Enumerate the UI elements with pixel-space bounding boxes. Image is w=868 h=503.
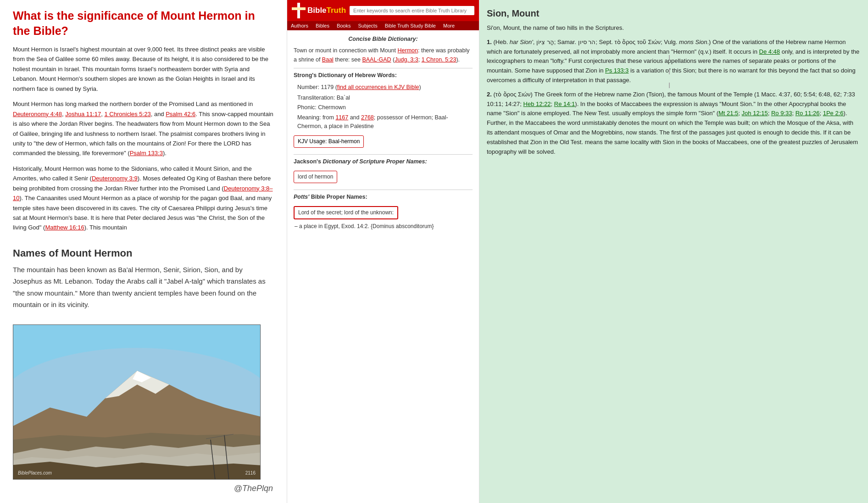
paragraph-1: Mount Hermon is Israel's highest mountai… bbox=[13, 45, 274, 94]
names-section: Names of Mount Hermon The mountain has b… bbox=[0, 243, 287, 320]
nav-subjects[interactable]: Subjects bbox=[354, 21, 381, 30]
right-column: Sion, Mount Si'on, Mount, the name of tw… bbox=[479, 0, 868, 503]
nav-bar: Authors Bibles Books Subjects Bible Trut… bbox=[287, 21, 479, 30]
names-text: The mountain has been known as Ba'al Her… bbox=[13, 264, 274, 311]
site-logo: BibleTruth bbox=[292, 3, 346, 18]
link-joh-12[interactable]: Joh 12:15 bbox=[742, 110, 768, 117]
twitter-handle: @ThePlqn bbox=[234, 484, 273, 493]
link-1167[interactable]: 1167 bbox=[335, 114, 348, 121]
link-deut-3-8[interactable]: Deuteronomy 3:8–10 bbox=[13, 185, 273, 201]
paragraph-2: Mount Hermon has long marked the norther… bbox=[13, 99, 274, 158]
jacksons-title: Jackson's bbox=[294, 158, 323, 165]
strongs-section: Strong's Dictionary of Hebrew Words: bbox=[294, 71, 473, 80]
nav-books[interactable]: Books bbox=[333, 21, 355, 30]
link-find-kjv[interactable]: find all occurrences in KJV Bible bbox=[337, 84, 419, 90]
divider-2 bbox=[294, 154, 473, 155]
page-container: What is the significance of Mount Hermon… bbox=[0, 0, 868, 503]
link-matt-16[interactable]: Matthew 16:16 bbox=[45, 224, 84, 231]
article-section: What is the significance of Mount Hermon… bbox=[0, 0, 287, 243]
link-ro-9[interactable]: Ro 9:33 bbox=[771, 110, 792, 117]
link-heb-12[interactable]: Heb 12:22 bbox=[523, 101, 551, 107]
divider-1 bbox=[294, 68, 473, 68]
image-container: BiblePlaces.com 2116 @ThePlqn bbox=[13, 324, 287, 480]
left-column: What is the significance of Mount Hermon… bbox=[0, 0, 287, 503]
nav-bibles[interactable]: Bibles bbox=[312, 21, 333, 30]
mountain-image: BiblePlaces.com 2116 bbox=[13, 324, 261, 480]
link-1chron-dict[interactable]: 1 Chron. 5:23 bbox=[422, 56, 456, 63]
search-input[interactable] bbox=[350, 6, 474, 15]
logo-text: BibleTruth bbox=[307, 6, 346, 15]
nav-more[interactable]: More bbox=[440, 21, 458, 30]
right-para-0: Si'on, Mount, the name of two hills in t… bbox=[487, 23, 861, 33]
scroll-line-3 bbox=[669, 83, 670, 88]
potts-title-text: Bible Proper Names: bbox=[311, 194, 367, 200]
svg-rect-12 bbox=[297, 3, 300, 18]
image-watermark-left: BiblePlaces.com bbox=[18, 470, 52, 475]
potts-value-box: Lord of the secret; lord of the unknown: bbox=[294, 206, 398, 219]
potts-section: Potts' Bible Proper Names: bbox=[294, 193, 473, 201]
link-2768[interactable]: 2768 bbox=[361, 114, 374, 121]
strongs-meaning: Meaning: from 1167 and 2768; possessor o… bbox=[297, 113, 473, 131]
middle-column: BibleTruth Authors Bibles Books Subjects… bbox=[287, 0, 479, 503]
link-baal-gad[interactable]: BAAL-GAD bbox=[362, 56, 391, 63]
strongs-phonic: Phonic: Chermown bbox=[297, 103, 473, 112]
nav-authors[interactable]: Authors bbox=[287, 21, 312, 30]
link-deut-4[interactable]: Deuteronomy 4:48 bbox=[13, 111, 62, 117]
logo-cross-icon bbox=[292, 3, 306, 18]
article-title: What is the significance of Mount Hermon… bbox=[13, 8, 274, 38]
link-mt-21[interactable]: Mt 21:5 bbox=[718, 110, 738, 117]
right-para-1: 1. (Heb. har Sion', הַר צִיּוֹן; Samar. … bbox=[487, 38, 861, 85]
strongs-transliteration: Transliteration: Ba`al bbox=[297, 94, 473, 102]
paragraph-3: Historically, Mount Hermon was home to t… bbox=[13, 164, 274, 233]
nav-study-bible[interactable]: Bible Truth Study Bible bbox=[381, 21, 440, 30]
scroll-line-1 bbox=[669, 55, 670, 61]
strongs-number-row: Number: 1179 (find all occurrences in KJ… bbox=[297, 83, 473, 92]
svg-rect-14 bbox=[292, 7, 306, 10]
site-header: BibleTruth bbox=[287, 0, 479, 21]
concise-dict-text: Town or mount in connection with Mount H… bbox=[294, 46, 473, 64]
scroll-indicators bbox=[669, 55, 670, 88]
link-josh-11[interactable]: Joshua 11:17 bbox=[65, 111, 101, 117]
scroll-line-2 bbox=[669, 69, 670, 74]
link-de-4[interactable]: De 4:48 bbox=[759, 48, 780, 55]
link-judg[interactable]: Judg. 3:3 bbox=[395, 56, 418, 63]
link-1chron-5[interactable]: 1 Chronicles 5:23 bbox=[105, 111, 151, 117]
jacksons-title-em: Dictionary of Scripture Proper Names: bbox=[323, 158, 427, 165]
names-title: Names of Mount Hermon bbox=[13, 247, 274, 259]
link-hermon[interactable]: Hermon bbox=[398, 47, 418, 54]
link-ro-11[interactable]: Ro 11:26 bbox=[796, 110, 820, 117]
right-panel-title: Sion, Mount bbox=[487, 8, 861, 19]
link-1pe-2[interactable]: 1Pe 2:6 bbox=[823, 110, 844, 117]
image-watermark-right: 2116 bbox=[245, 470, 256, 475]
divider-3 bbox=[294, 190, 473, 190]
link-ps-133[interactable]: Ps 133:3 bbox=[605, 67, 629, 74]
jacksons-value-box: lord of hermon bbox=[294, 171, 337, 183]
right-para-2: 2. (τὸ ὄρος Σιών) The Greek form of the … bbox=[487, 90, 861, 157]
link-deut-3-9[interactable]: Deuteronomy 3:9 bbox=[92, 175, 138, 182]
link-baal[interactable]: Baal bbox=[322, 56, 334, 63]
dictionary-content: Concise Bible Dictionary: Town or mount … bbox=[287, 30, 479, 235]
jacksons-section: Jackson's Dictionary of Scripture Proper… bbox=[294, 157, 473, 166]
strongs-title: Strong's Dictionary of Hebrew Words: bbox=[294, 72, 397, 78]
link-psalm-133[interactable]: Psalm 133:3 bbox=[130, 150, 163, 156]
kjv-usage-box: KJV Usage: Baal-hermon bbox=[294, 135, 364, 148]
potts-title-em: Potts' bbox=[294, 194, 311, 200]
concise-dict-section: Concise Bible Dictionary: bbox=[294, 35, 473, 44]
concise-dict-title: Concise Bible Dictionary: bbox=[348, 36, 417, 42]
potts-extra: – a place in Egypt, Exod. 14:2. {Dominus… bbox=[295, 222, 473, 231]
link-re-14[interactable]: Re 14:1 bbox=[554, 101, 575, 107]
link-psalm-42[interactable]: Psalm 42:6 bbox=[166, 111, 195, 117]
mountain-svg bbox=[13, 325, 261, 480]
